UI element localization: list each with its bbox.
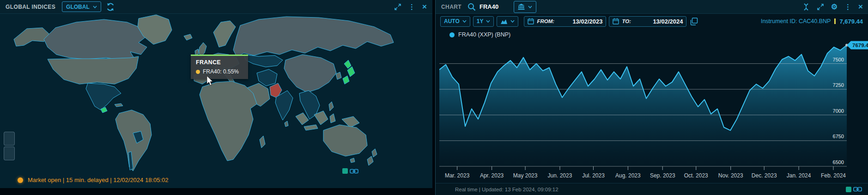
country-tasmania[interactable] xyxy=(350,158,355,163)
world-map[interactable] xyxy=(0,14,432,188)
chart-status-bar: Real time | Updated: 13 Feb 2024, 09:09:… xyxy=(436,183,868,195)
country-japan[interactable] xyxy=(344,60,351,68)
link-status-square xyxy=(342,168,348,174)
chevron-down-icon xyxy=(462,20,467,23)
range-dropdown[interactable]: 1Y xyxy=(473,16,494,27)
compare-copy-icon[interactable] xyxy=(690,18,698,25)
country-africa[interactable] xyxy=(200,81,257,161)
expand-icon[interactable] xyxy=(817,3,824,11)
update-status-text: Real time | Updated: 13 Feb 2024, 09:09:… xyxy=(455,187,558,192)
country-china[interactable] xyxy=(284,55,336,92)
x-tick-label: Jun. 2023 xyxy=(548,172,572,179)
scale-mode-dropdown[interactable]: AUTO xyxy=(440,16,470,27)
x-tick-label: Oct. 2023 xyxy=(684,172,708,179)
to-date-field[interactable]: TO: 13/02/2024 xyxy=(609,16,686,27)
collapse-icon[interactable] xyxy=(802,3,810,11)
x-tick-label: Dec. 2023 xyxy=(752,172,777,179)
area-chart-icon xyxy=(500,18,508,24)
from-value: 13/02/2023 xyxy=(572,18,602,25)
country-iceland[interactable] xyxy=(184,34,192,40)
x-tick-label: Nov. 2023 xyxy=(718,172,743,179)
country-java[interactable] xyxy=(304,125,318,130)
from-date-field[interactable]: FROM: 13/02/2023 xyxy=(524,16,606,27)
country-canada[interactable] xyxy=(44,19,147,60)
series-area xyxy=(439,45,847,166)
index-status-dot xyxy=(196,70,200,74)
country-sumatra[interactable] xyxy=(296,113,309,125)
country-japan[interactable] xyxy=(343,76,349,84)
y-axis-label: 7000 xyxy=(833,108,844,114)
mouse-cursor xyxy=(206,76,214,86)
country-usa[interactable] xyxy=(48,56,139,84)
global-indices-header: GLOBAL INDICES GLOBAL ⋮ × xyxy=(0,0,432,14)
chevron-down-icon xyxy=(93,6,97,8)
panel-link-indicator[interactable] xyxy=(846,187,862,192)
country-new-zealand[interactable] xyxy=(367,156,373,165)
scale-mode-value: AUTO xyxy=(444,18,460,24)
last-price-tag-text: 7679.44 xyxy=(852,43,868,48)
country-madagascar[interactable] xyxy=(260,136,265,148)
country-kazakhstan[interactable] xyxy=(244,55,283,67)
country-russia[interactable] xyxy=(233,17,394,56)
map-zoom-in-button[interactable] xyxy=(4,132,15,146)
bank-icon xyxy=(518,4,525,10)
range-value: 1Y xyxy=(477,18,484,24)
country-philippines[interactable] xyxy=(329,102,334,111)
to-label: TO: xyxy=(622,18,631,24)
country-sulawesi[interactable] xyxy=(330,114,335,123)
instrument-separator xyxy=(834,18,836,24)
to-value: 13/02/2024 xyxy=(653,18,683,25)
country-australia[interactable] xyxy=(323,125,367,156)
market-status-bar: Market open | 15 min. delayed | 12/02/20… xyxy=(18,177,169,183)
kebab-menu-icon[interactable]: ⋮ xyxy=(408,3,415,10)
link-icon xyxy=(853,187,862,192)
close-icon[interactable]: × xyxy=(858,3,863,11)
price-chart[interactable]: 75007250700067506500Mar. 2023Apr. 2023Ma… xyxy=(439,33,868,182)
region-dropdown-value: GLOBAL xyxy=(66,4,90,10)
instrument-id-label: Instrument ID: CAC40.BNP xyxy=(761,18,831,24)
x-tick-label: Jan. 2024 xyxy=(787,172,811,179)
country-scandinavia[interactable] xyxy=(213,21,236,47)
y-axis-label: 6750 xyxy=(833,134,844,139)
expand-icon[interactable] xyxy=(394,3,401,11)
close-icon[interactable]: × xyxy=(422,3,427,11)
x-tick-label: Sep. 2023 xyxy=(650,172,675,179)
country-new-zealand[interactable] xyxy=(372,149,377,157)
x-tick-label: Feb. 2024 xyxy=(821,172,846,179)
y-axis-label: 6500 xyxy=(833,159,844,165)
x-tick-label: Aug. 2023 xyxy=(615,172,641,179)
region-dropdown[interactable]: GLOBAL xyxy=(62,1,101,12)
refresh-icon[interactable] xyxy=(106,2,115,12)
market-status-text: Market open | 15 min. delayed | 12/02/20… xyxy=(28,177,169,183)
country-sri-lanka[interactable] xyxy=(285,121,288,127)
chevron-down-icon xyxy=(486,20,490,23)
map-zoom-controls xyxy=(4,132,15,160)
country-korea[interactable] xyxy=(336,72,341,79)
tooltip-country: FRANCE xyxy=(196,59,243,66)
workspace: GLOBAL INDICES GLOBAL ⋮ × xyxy=(0,0,868,195)
instrument-last-price: 7,679.44 xyxy=(839,18,863,25)
kebab-menu-icon[interactable]: ⋮ xyxy=(844,3,851,10)
exchange-dropdown[interactable] xyxy=(514,1,536,13)
instrument-search-input[interactable] xyxy=(479,3,506,11)
country-alaska[interactable] xyxy=(14,28,50,46)
country-brazil[interactable] xyxy=(115,110,152,171)
from-label: FROM: xyxy=(537,18,554,24)
country-cuba[interactable] xyxy=(115,104,123,107)
panel-title: CHART xyxy=(441,4,461,10)
chart-header: CHART ⚙ ⋮ × xyxy=(436,0,868,14)
global-indices-panel: GLOBAL INDICES GLOBAL ⋮ × xyxy=(0,0,432,188)
chevron-down-icon xyxy=(528,6,532,8)
country-iran[interactable] xyxy=(257,69,277,86)
country-greenland[interactable] xyxy=(138,15,172,44)
gear-icon[interactable]: ⚙ xyxy=(831,3,838,11)
chart-type-dropdown[interactable] xyxy=(497,16,518,27)
search-icon[interactable] xyxy=(467,2,476,12)
map-tooltip: FRANCE FRA40: 0.55% xyxy=(191,55,248,79)
panel-link-indicator[interactable] xyxy=(342,168,358,174)
y-axis-label: 7500 xyxy=(833,57,844,62)
x-tick-label: Mar. 2023 xyxy=(445,172,470,179)
market-status-dot xyxy=(18,177,23,183)
map-zoom-out-button[interactable] xyxy=(4,146,15,160)
tooltip-index-change: FRA40: 0.55% xyxy=(203,68,239,75)
